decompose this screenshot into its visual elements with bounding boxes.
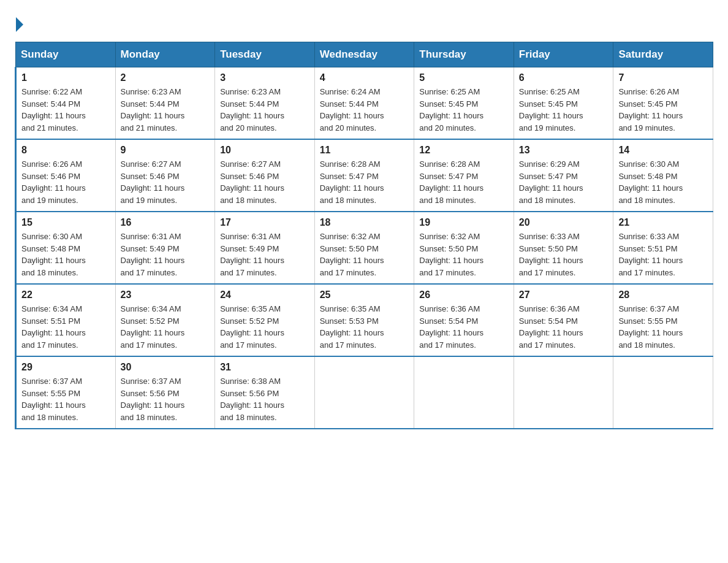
day-cell: 27Sunrise: 6:36 AMSunset: 5:54 PMDayligh… (514, 284, 613, 356)
day-cell: 12Sunrise: 6:28 AMSunset: 5:47 PMDayligh… (414, 139, 514, 212)
day-info: Sunrise: 6:38 AMSunset: 5:56 PMDaylight:… (220, 375, 309, 423)
day-info: Sunrise: 6:36 AMSunset: 5:54 PMDaylight:… (419, 303, 509, 351)
day-number: 16 (121, 217, 210, 228)
day-info: Sunrise: 6:30 AMSunset: 5:48 PMDaylight:… (21, 231, 110, 278)
day-number: 17 (220, 217, 309, 228)
day-cell: 16Sunrise: 6:31 AMSunset: 5:49 PMDayligh… (115, 212, 215, 284)
day-cell: 28Sunrise: 6:37 AMSunset: 5:55 PMDayligh… (613, 284, 713, 356)
day-info: Sunrise: 6:26 AMSunset: 5:46 PMDaylight:… (21, 158, 110, 206)
day-number: 28 (618, 289, 708, 301)
day-number: 30 (121, 362, 210, 373)
day-cell: 18Sunrise: 6:32 AMSunset: 5:50 PMDayligh… (314, 212, 414, 284)
day-number: 3 (220, 72, 309, 83)
day-info: Sunrise: 6:23 AMSunset: 5:44 PMDaylight:… (121, 86, 210, 134)
day-info: Sunrise: 6:28 AMSunset: 5:47 PMDaylight:… (320, 158, 409, 206)
day-info: Sunrise: 6:25 AMSunset: 5:45 PMDaylight:… (519, 86, 609, 134)
week-row-4: 22Sunrise: 6:34 AMSunset: 5:51 PMDayligh… (16, 284, 713, 356)
day-info: Sunrise: 6:37 AMSunset: 5:55 PMDaylight:… (618, 303, 708, 351)
day-info: Sunrise: 6:25 AMSunset: 5:45 PMDaylight:… (419, 86, 509, 134)
day-cell: 26Sunrise: 6:36 AMSunset: 5:54 PMDayligh… (414, 284, 514, 356)
day-info: Sunrise: 6:31 AMSunset: 5:49 PMDaylight:… (220, 231, 309, 278)
day-cell: 31Sunrise: 6:38 AMSunset: 5:56 PMDayligh… (215, 356, 315, 429)
week-row-5: 29Sunrise: 6:37 AMSunset: 5:55 PMDayligh… (16, 356, 713, 429)
day-number: 31 (220, 362, 309, 373)
day-cell: 23Sunrise: 6:34 AMSunset: 5:52 PMDayligh… (115, 284, 215, 356)
day-number: 7 (618, 72, 708, 83)
day-number: 6 (519, 72, 609, 83)
day-cell: 11Sunrise: 6:28 AMSunset: 5:47 PMDayligh… (314, 139, 414, 212)
day-number: 13 (519, 145, 609, 156)
day-cell: 21Sunrise: 6:33 AMSunset: 5:51 PMDayligh… (613, 212, 713, 284)
day-info: Sunrise: 6:33 AMSunset: 5:50 PMDaylight:… (519, 231, 609, 278)
day-info: Sunrise: 6:36 AMSunset: 5:54 PMDaylight:… (519, 303, 609, 351)
day-cell: 13Sunrise: 6:29 AMSunset: 5:47 PMDayligh… (514, 139, 613, 212)
day-number: 10 (220, 145, 309, 156)
day-info: Sunrise: 6:34 AMSunset: 5:51 PMDaylight:… (21, 303, 110, 351)
day-cell: 7Sunrise: 6:26 AMSunset: 5:45 PMDaylight… (613, 67, 713, 140)
day-cell: 20Sunrise: 6:33 AMSunset: 5:50 PMDayligh… (514, 212, 613, 284)
day-info: Sunrise: 6:22 AMSunset: 5:44 PMDaylight:… (21, 86, 110, 134)
day-info: Sunrise: 6:27 AMSunset: 5:46 PMDaylight:… (220, 158, 309, 206)
day-cell: 19Sunrise: 6:32 AMSunset: 5:50 PMDayligh… (414, 212, 514, 284)
week-row-1: 1Sunrise: 6:22 AMSunset: 5:44 PMDaylight… (16, 67, 713, 140)
day-cell: 5Sunrise: 6:25 AMSunset: 5:45 PMDaylight… (414, 67, 514, 140)
day-number: 4 (320, 72, 409, 83)
day-number: 22 (21, 289, 110, 301)
col-header-wednesday: Wednesday (314, 42, 414, 67)
day-number: 1 (21, 72, 110, 83)
day-cell: 1Sunrise: 6:22 AMSunset: 5:44 PMDaylight… (16, 67, 116, 140)
day-info: Sunrise: 6:37 AMSunset: 5:55 PMDaylight:… (21, 375, 110, 423)
col-header-sunday: Sunday (16, 42, 116, 67)
page-header (15, 15, 713, 32)
day-number: 11 (320, 145, 409, 156)
day-number: 25 (320, 289, 409, 301)
day-info: Sunrise: 6:28 AMSunset: 5:47 PMDaylight:… (419, 158, 509, 206)
day-cell (613, 356, 713, 429)
day-cell: 2Sunrise: 6:23 AMSunset: 5:44 PMDaylight… (115, 67, 215, 140)
day-cell (414, 356, 514, 429)
week-row-2: 8Sunrise: 6:26 AMSunset: 5:46 PMDaylight… (16, 139, 713, 212)
day-cell: 24Sunrise: 6:35 AMSunset: 5:52 PMDayligh… (215, 284, 315, 356)
day-cell (314, 356, 414, 429)
day-number: 20 (519, 217, 609, 228)
day-cell: 6Sunrise: 6:25 AMSunset: 5:45 PMDaylight… (514, 67, 613, 140)
day-info: Sunrise: 6:32 AMSunset: 5:50 PMDaylight:… (320, 231, 409, 278)
day-cell: 8Sunrise: 6:26 AMSunset: 5:46 PMDaylight… (16, 139, 116, 212)
week-row-3: 15Sunrise: 6:30 AMSunset: 5:48 PMDayligh… (16, 212, 713, 284)
day-info: Sunrise: 6:26 AMSunset: 5:45 PMDaylight:… (618, 86, 708, 134)
calendar-header-row: SundayMondayTuesdayWednesdayThursdayFrid… (16, 42, 713, 67)
day-number: 8 (21, 145, 110, 156)
day-cell: 22Sunrise: 6:34 AMSunset: 5:51 PMDayligh… (16, 284, 116, 356)
col-header-friday: Friday (514, 42, 613, 67)
day-number: 18 (320, 217, 409, 228)
day-info: Sunrise: 6:31 AMSunset: 5:49 PMDaylight:… (121, 231, 210, 278)
day-cell: 9Sunrise: 6:27 AMSunset: 5:46 PMDaylight… (115, 139, 215, 212)
day-info: Sunrise: 6:35 AMSunset: 5:53 PMDaylight:… (320, 303, 409, 351)
day-info: Sunrise: 6:27 AMSunset: 5:46 PMDaylight:… (121, 158, 210, 206)
day-cell: 30Sunrise: 6:37 AMSunset: 5:56 PMDayligh… (115, 356, 215, 429)
day-number: 9 (121, 145, 210, 156)
day-cell: 29Sunrise: 6:37 AMSunset: 5:55 PMDayligh… (16, 356, 116, 429)
col-header-thursday: Thursday (414, 42, 514, 67)
day-info: Sunrise: 6:34 AMSunset: 5:52 PMDaylight:… (121, 303, 210, 351)
calendar-table: SundayMondayTuesdayWednesdayThursdayFrid… (15, 42, 713, 429)
day-number: 15 (21, 217, 110, 228)
day-cell: 14Sunrise: 6:30 AMSunset: 5:48 PMDayligh… (613, 139, 713, 212)
day-cell: 10Sunrise: 6:27 AMSunset: 5:46 PMDayligh… (215, 139, 315, 212)
day-cell: 3Sunrise: 6:23 AMSunset: 5:44 PMDaylight… (215, 67, 315, 140)
logo (15, 15, 23, 32)
day-info: Sunrise: 6:35 AMSunset: 5:52 PMDaylight:… (220, 303, 309, 351)
col-header-tuesday: Tuesday (215, 42, 315, 67)
logo-triangle-icon (16, 17, 23, 32)
day-info: Sunrise: 6:23 AMSunset: 5:44 PMDaylight:… (220, 86, 309, 134)
day-info: Sunrise: 6:30 AMSunset: 5:48 PMDaylight:… (618, 158, 708, 206)
day-number: 19 (419, 217, 509, 228)
day-info: Sunrise: 6:24 AMSunset: 5:44 PMDaylight:… (320, 86, 409, 134)
day-cell: 4Sunrise: 6:24 AMSunset: 5:44 PMDaylight… (314, 67, 414, 140)
day-number: 5 (419, 72, 509, 83)
day-cell (514, 356, 613, 429)
day-info: Sunrise: 6:37 AMSunset: 5:56 PMDaylight:… (121, 375, 210, 423)
day-info: Sunrise: 6:33 AMSunset: 5:51 PMDaylight:… (618, 231, 708, 278)
day-number: 2 (121, 72, 210, 83)
day-number: 23 (121, 289, 210, 301)
